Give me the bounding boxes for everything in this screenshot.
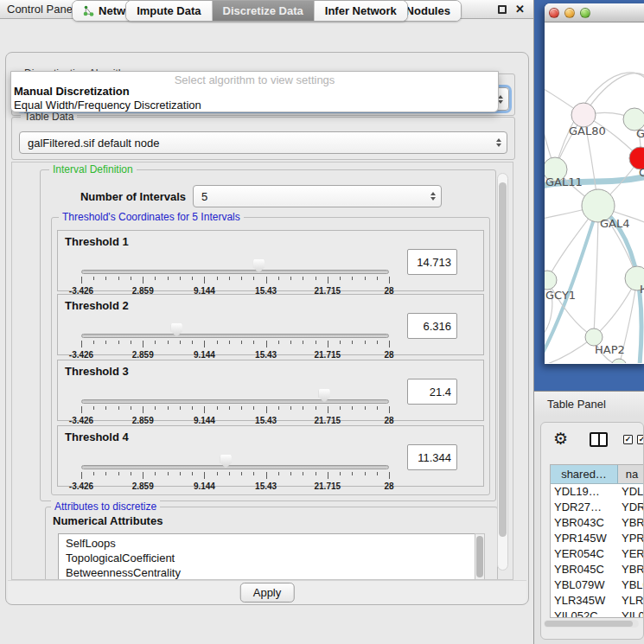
apply-row: Apply [8, 580, 526, 604]
slider-track[interactable] [81, 334, 389, 338]
threshold-value-field[interactable] [407, 249, 457, 275]
slider-track[interactable] [81, 465, 389, 469]
zoom-traffic-light-icon[interactable] [580, 8, 590, 18]
apply-button[interactable]: Apply [240, 583, 295, 603]
network-node[interactable] [571, 103, 596, 127]
table-row[interactable]: YDL19…YDL1 [551, 484, 644, 500]
threshold-panel: Threshold 3 -3.4262.8599.14415.4321.7152… [57, 360, 484, 421]
list-item[interactable]: BetweennessCentrality [66, 565, 484, 580]
cell-name: YLR3 [618, 593, 644, 609]
checkbox-select-icon[interactable]: ✓ [623, 435, 633, 444]
slider-track[interactable] [81, 399, 389, 404]
number-of-intervals-combobox[interactable]: 5 [193, 185, 442, 207]
table-row[interactable]: YBR045CYBR0 [551, 562, 644, 577]
column-header-name[interactable]: na [618, 465, 644, 483]
tick-label: 28 [384, 416, 393, 425]
list-item[interactable]: SelfLoops [66, 536, 484, 551]
attributes-list-scrollbar[interactable] [475, 533, 485, 580]
scrollbar-thumb[interactable] [545, 621, 633, 627]
tab-infer-network[interactable]: Infer Network [314, 1, 407, 21]
tab-discretize-data[interactable]: Discretize Data [212, 1, 314, 21]
tick-label: 28 [384, 481, 393, 491]
popup-option-equal-width[interactable]: Equal Width/Frequency Discretization [11, 99, 498, 112]
tick-label: 21.715 [315, 416, 341, 425]
table-row[interactable]: YER054CYER0 [551, 546, 644, 562]
network-node[interactable] [545, 271, 557, 290]
tick-label: 21.715 [315, 350, 341, 360]
cell-name: YBL0 [618, 577, 644, 593]
threshold-slider[interactable]: -3.4262.8599.14415.4321.71528 [75, 255, 397, 291]
split-columns-icon[interactable] [590, 432, 608, 447]
table-row[interactable]: YDR27…YDR2 [551, 500, 644, 515]
checkbox-select-all-icon[interactable]: ✓ [637, 435, 644, 444]
popup-placeholder-option[interactable]: Select algorithm to view settings [11, 72, 498, 85]
table-row[interactable]: YBR043CYBR0 [551, 515, 644, 531]
tick-label: -3.426 [69, 416, 93, 425]
scrollbar-thumb[interactable] [476, 536, 483, 577]
network-window-titlebar [545, 3, 644, 22]
tick-label: 15.43 [255, 481, 277, 491]
node-attribute-table[interactable]: shared… na YDL19…YDL1YDR27…YDR2YBR043CYB… [550, 464, 644, 618]
number-of-intervals-label: Number of Intervals [56, 190, 186, 203]
cell-shared-name: YDL19… [551, 484, 618, 500]
threshold-panel: Threshold 4 -3.4262.8599.14415.4321.7152… [57, 425, 484, 487]
threshold-panel: Threshold 2 -3.4262.8599.14415.4321.7152… [57, 294, 484, 355]
threshold-label: Threshold 3 [65, 365, 129, 378]
network-node[interactable] [611, 359, 627, 363]
combo-arrows-icon [430, 192, 436, 201]
table-data-combobox[interactable]: galFiltered.sif default node [19, 131, 507, 154]
cell-shared-name: YBR043C [551, 515, 618, 531]
cell-name: YIL0 [618, 609, 644, 618]
threshold-value-field[interactable] [407, 379, 457, 405]
scrollbar-thumb[interactable] [499, 182, 507, 537]
tick-label: 21.715 [315, 481, 341, 491]
list-item[interactable]: TopologicalCoefficient [66, 551, 484, 565]
thresholds-group: Threshold's Coordinates for 5 Intervals … [51, 217, 490, 495]
threshold-value-field[interactable] [407, 444, 457, 470]
close-traffic-light-icon[interactable] [549, 8, 559, 18]
slider-tick-labels: -3.4262.8599.14415.4321.71528 [81, 481, 389, 492]
column-header-shared-name[interactable]: shared… [551, 465, 618, 483]
table-data-value: galFiltered.sif default node [28, 137, 159, 150]
settings-scroll-viewport: Interval Definition Number of Intervals … [11, 162, 513, 580]
numerical-attributes-list[interactable]: SelfLoopsTopologicalCoefficientBetweenne… [58, 533, 485, 580]
control-panel: Control Panel ✕ NetworkStyleSelectCyni T… [0, 0, 534, 644]
threshold-slider[interactable]: -3.4262.8599.14415.4321.71528 [75, 450, 397, 487]
table-row[interactable]: YLR345WYLR3 [551, 593, 644, 609]
cell-shared-name: YDR27… [551, 500, 618, 515]
interval-definition-group: Interval Definition Number of Intervals … [40, 169, 496, 501]
threshold-label: Threshold 4 [65, 430, 129, 443]
table-row[interactable]: YIL052CYIL0 [551, 609, 644, 618]
threshold-value-field[interactable] [407, 313, 457, 339]
minimize-traffic-light-icon[interactable] [564, 8, 575, 18]
slider-track[interactable] [81, 270, 389, 274]
attributes-group: Attributes to discretize Numerical Attri… [45, 507, 498, 580]
gear-icon[interactable]: ⚙ [553, 430, 568, 449]
threshold-slider[interactable]: -3.4262.8599.14415.4321.71528 [75, 385, 397, 421]
table-row[interactable]: YBL079WYBL0 [551, 577, 644, 593]
tab-label: Impute Data [137, 4, 201, 17]
table-horizontal-scrollbar[interactable] [544, 620, 639, 628]
node-label: GAL11 [545, 175, 583, 188]
cell-name: YBR0 [618, 562, 644, 577]
cell-shared-name: YPR145W [551, 531, 618, 546]
numerical-attributes-label: Numerical Attributes [53, 514, 163, 527]
threshold-slider[interactable]: -3.4262.8599.14415.4321.71528 [75, 319, 397, 355]
tick-label: 15.43 [255, 416, 277, 425]
node-label: HAP2 [595, 343, 625, 356]
tab-label: Infer Network [325, 4, 397, 17]
slider-ticks [81, 341, 389, 348]
settings-vertical-scrollbar[interactable] [497, 173, 508, 571]
table-row[interactable]: YPR145WYPR1 [551, 531, 644, 546]
node-label: GAL4 [600, 217, 629, 230]
cell-shared-name: YBR045C [551, 562, 618, 577]
group-title: Interval Definition [49, 163, 137, 175]
network-view[interactable]: GAL80GACGAL11GAL4GCY1HHAP2 [545, 22, 644, 363]
table-panel-title: Table Panel [547, 398, 606, 411]
cell-shared-name: YBL079W [551, 577, 618, 593]
node-label: GAL80 [569, 124, 606, 137]
network-canvas[interactable]: GAL80GACGAL11GAL4GCY1HHAP2 [545, 22, 644, 363]
cell-name: YDR2 [618, 500, 644, 515]
popup-option-manual-discretization[interactable]: Manual Discretization [11, 85, 498, 99]
tab-impute-data[interactable]: Impute Data [126, 1, 211, 21]
